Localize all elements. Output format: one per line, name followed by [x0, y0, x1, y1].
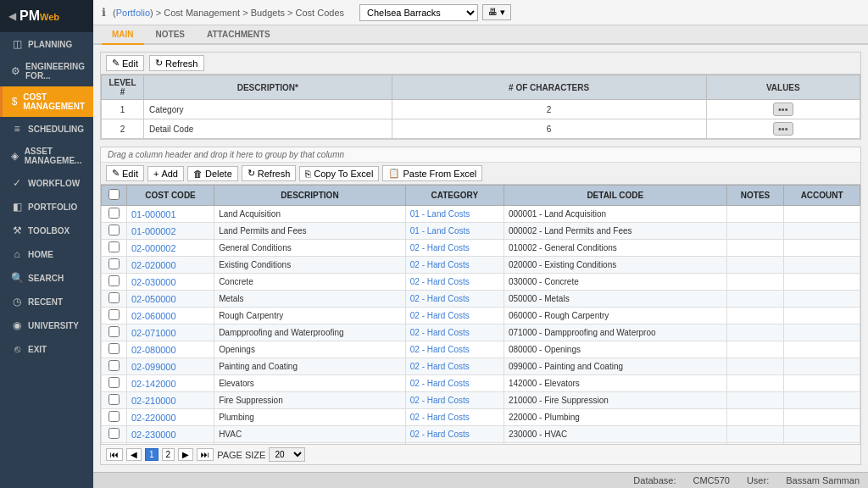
cost-code-cell: 02-060000	[127, 308, 214, 324]
cost-code-link[interactable]: 02-210000	[131, 396, 176, 406]
cost-code-cell: 02-050000	[127, 291, 214, 308]
refresh-button-cost[interactable]: ↻ Refresh	[242, 165, 297, 181]
row-checkbox[interactable]	[108, 241, 120, 252]
col-chars: # OF CHARACTERS	[392, 75, 706, 100]
tab-attachments[interactable]: Attachments	[197, 25, 281, 45]
category-cell: 02 - Hard Costs	[405, 257, 504, 274]
category-cell: 02 - Hard Costs	[405, 291, 504, 308]
portfolio-link[interactable]: Portfolio	[116, 8, 150, 18]
cost-code-link[interactable]: 02-030000	[131, 277, 176, 287]
edit-button-cost[interactable]: ✎ Edit	[106, 165, 144, 181]
cost-code-link[interactable]: 02-080000	[131, 345, 176, 355]
cost-code-link[interactable]: 02-050000	[131, 294, 176, 304]
row-checkbox[interactable]	[108, 225, 120, 236]
cost-code-link[interactable]: 02-230000	[131, 430, 176, 440]
page-size-select[interactable]: 20 50 100	[269, 447, 305, 462]
table-row: 01-000002 Land Permits and Fees 01 - Lan…	[102, 223, 860, 240]
page-2-button[interactable]: 2	[162, 448, 175, 461]
row-checkbox[interactable]	[108, 292, 120, 303]
notes-cell	[726, 426, 784, 443]
row-checkbox[interactable]	[108, 360, 120, 371]
cost-code-link[interactable]: 01-000002	[131, 226, 176, 236]
row-checkbox[interactable]	[108, 309, 120, 320]
paste-excel-icon: 📋	[388, 168, 400, 179]
row-checkbox[interactable]	[108, 428, 120, 439]
row-checkbox[interactable]	[108, 326, 120, 337]
account-cell	[784, 291, 860, 308]
cost-code-link[interactable]: 01-000001	[131, 209, 176, 219]
sidebar-item-engineering[interactable]: ⚙Engineering For...	[0, 56, 93, 86]
paste-excel-button[interactable]: 📋 Paste From Excel	[382, 165, 482, 181]
first-page-button[interactable]: ⏮	[106, 448, 123, 461]
tab-notes[interactable]: Notes	[146, 25, 195, 45]
add-button[interactable]: + Add	[147, 166, 184, 181]
values-dots-btn[interactable]: •••	[773, 122, 793, 136]
level-panel: ✎ Edit ↻ Refresh LEVEL # DESCRIPTION* # …	[100, 52, 861, 140]
inactive-cell	[102, 257, 127, 274]
sidebar-item-university[interactable]: ◉University	[0, 313, 93, 337]
table-row: 02-000002 General Conditions 02 - Hard C…	[102, 240, 860, 257]
inactive-cell	[102, 409, 127, 426]
last-page-button[interactable]: ⏭	[197, 448, 214, 461]
sidebar-item-recent[interactable]: ◷Recent	[0, 290, 93, 313]
detail-code-cell: 220000 - Plumbing	[504, 409, 726, 426]
cost-code-link[interactable]: 02-099000	[131, 362, 176, 372]
row-checkbox[interactable]	[108, 343, 120, 354]
tab-main[interactable]: Main	[102, 25, 144, 45]
description-cell: Plumbing	[214, 409, 406, 426]
print-button[interactable]: 🖶 ▾	[482, 4, 511, 20]
sidebar-item-asset-management[interactable]: ◈Asset Manageme...	[0, 141, 93, 171]
sidebar-item-cost-management[interactable]: $Cost Management	[0, 86, 93, 117]
cost-code-cell: 02-020000	[127, 257, 214, 274]
cost-code-link[interactable]: 02-220000	[131, 413, 176, 423]
sidebar-item-exit[interactable]: ⎋Exit	[0, 337, 93, 361]
cost-code-link[interactable]: 02-071000	[131, 328, 176, 338]
row-checkbox[interactable]	[108, 208, 120, 219]
sidebar-label-toolbox: Toolbox	[28, 226, 70, 236]
account-cell	[784, 426, 860, 443]
edit-button-level[interactable]: ✎ Edit	[106, 55, 144, 71]
prev-page-button[interactable]: ◀	[126, 448, 142, 461]
row-checkbox[interactable]	[108, 258, 120, 269]
delete-button[interactable]: 🗑 Delete	[187, 166, 238, 181]
cost-code-cell: 02-071000	[127, 324, 214, 341]
sidebar-label-asset-management: Asset Manageme...	[25, 147, 85, 165]
values-dots-btn[interactable]: •••	[773, 103, 793, 116]
description-cell: Metals	[214, 291, 406, 308]
sidebar-item-scheduling[interactable]: ≡Scheduling	[0, 117, 93, 141]
sidebar-item-home[interactable]: ⌂Home	[0, 242, 93, 266]
project-dropdown[interactable]: Chelsea Barracks	[359, 4, 478, 21]
row-checkbox[interactable]	[108, 411, 120, 422]
description-cell: Concrete	[214, 274, 406, 291]
sidebar-item-planning[interactable]: ◫Planning	[0, 32, 93, 56]
cost-code-cell: 02-230000	[127, 426, 214, 443]
sidebar-item-toolbox[interactable]: ⚒Toolbox	[0, 219, 93, 242]
logo-text: PMWeb	[19, 8, 59, 24]
detail-code-cell: 099000 - Painting and Coating	[504, 358, 726, 375]
cost-code-link[interactable]: 02-142000	[131, 379, 176, 389]
cost-table-wrap[interactable]: COST CODE DESCRIPTION CATEGORY DETAIL CO…	[101, 185, 860, 444]
detail-code-cell: 000001 - Land Acquisition	[504, 206, 726, 223]
row-checkbox[interactable]	[108, 394, 120, 405]
sidebar-item-workflow[interactable]: ✓Workflow	[0, 171, 93, 195]
sidebar-item-portfolio[interactable]: ◧Portfolio	[0, 195, 93, 219]
inactive-cell	[102, 223, 127, 240]
row-checkbox[interactable]	[108, 275, 120, 286]
copy-excel-button[interactable]: ⎘ Copy To Excel	[299, 166, 379, 181]
inactive-cell	[102, 324, 127, 341]
select-all-checkbox[interactable]	[108, 189, 120, 200]
cost-code-cell: 01-000002	[127, 223, 214, 240]
cost-code-link[interactable]: 02-000002	[131, 243, 176, 253]
next-page-button[interactable]: ▶	[178, 448, 193, 461]
refresh-button-level[interactable]: ↻ Refresh	[149, 55, 204, 71]
row-checkbox[interactable]	[108, 377, 120, 388]
sidebar-label-search: SeaRcH	[28, 274, 64, 283]
cost-code-link[interactable]: 02-020000	[131, 260, 176, 270]
page-1-button[interactable]: 1	[145, 448, 159, 461]
refresh-icon: ↻	[155, 58, 163, 69]
nav-arrow: ◀	[8, 10, 16, 22]
delete-icon: 🗑	[193, 169, 203, 179]
table-row: 02-071000 Dampproofing and Waterproofing…	[102, 324, 860, 341]
cost-code-link[interactable]: 02-060000	[131, 311, 176, 321]
sidebar-item-search[interactable]: 🔍SeaRcH	[0, 266, 93, 290]
